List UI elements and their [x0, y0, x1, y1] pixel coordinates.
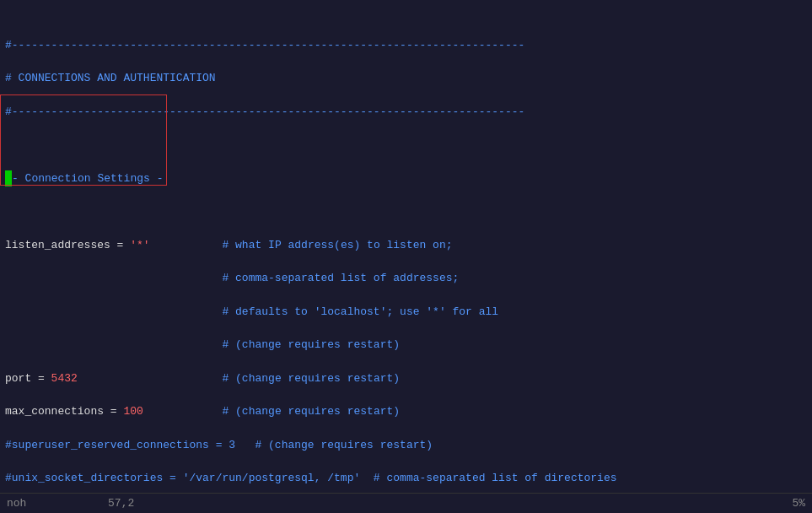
line-8: # comma-separated list of addresses;	[5, 270, 807, 287]
editor-container: #---------------------------------------…	[0, 0, 812, 513]
mode-indicator: noh	[7, 495, 26, 512]
line-14: #unix_socket_directories = '/var/run/pos…	[5, 470, 807, 487]
line-9: # defaults to 'localhost'; use '*' for a…	[5, 304, 807, 321]
cursor-position: 57,2 5%	[108, 495, 805, 512]
line-10: # (change requires restart)	[5, 337, 807, 354]
line-4	[5, 137, 807, 154]
status-bar: noh 57,2 5%	[0, 493, 812, 514]
line-5: - Connection Settings -	[5, 170, 807, 187]
line-12: max_connections = 100 # (change requires…	[5, 403, 807, 420]
line-11: port = 5432 # (change requires restart)	[5, 370, 807, 387]
line-2: # CONNECTIONS AND AUTHENTICATION	[5, 70, 807, 87]
line-13: #superuser_reserved_connections = 3 # (c…	[5, 437, 807, 454]
line-6	[5, 203, 807, 220]
line-1: #---------------------------------------…	[5, 37, 807, 54]
line-7: listen_addresses = '*' # what IP address…	[5, 237, 807, 254]
code-area[interactable]: #---------------------------------------…	[0, 0, 812, 513]
line-3: #---------------------------------------…	[5, 104, 807, 121]
